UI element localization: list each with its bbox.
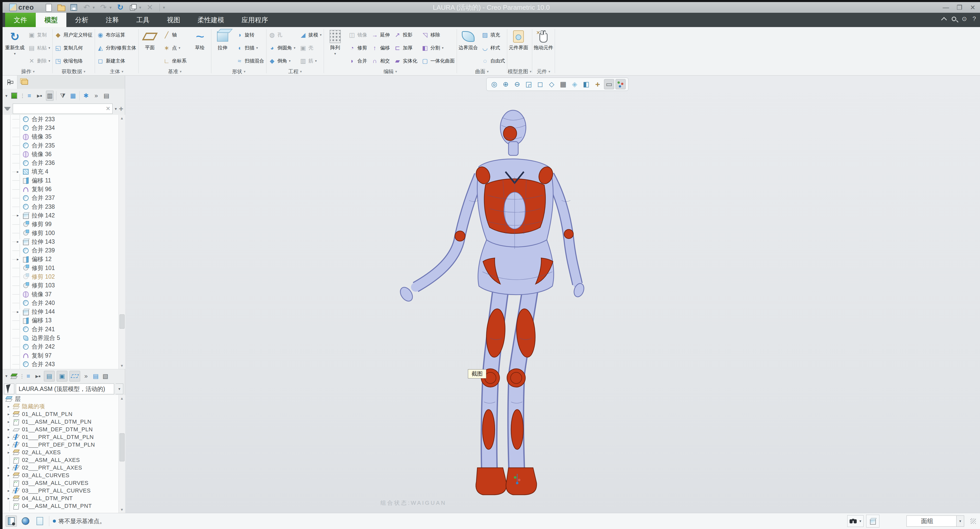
- blank-page-button[interactable]: [34, 515, 45, 527]
- expand-arrow-icon[interactable]: ▸: [8, 465, 13, 470]
- layer-selection-icon[interactable]: [70, 371, 80, 381]
- zoom-out[interactable]: [512, 79, 522, 89]
- fill-button[interactable]: 填充: [480, 29, 506, 41]
- search-dropdown-icon[interactable]: ▾: [115, 106, 117, 111]
- tree-dropdown-icon[interactable]: ▾: [4, 94, 9, 98]
- search-tool-button[interactable]: ▾: [847, 515, 864, 527]
- minimize-ribbon-icon[interactable]: [941, 17, 947, 23]
- drag-components-button[interactable]: 拖动元件: [533, 29, 554, 52]
- expand-arrow-icon[interactable]: ▸: [8, 473, 13, 478]
- layer-item[interactable]: ▸ 02___PRT_ALL_AXES: [3, 464, 118, 472]
- model-tree-item[interactable]: 合并 241: [3, 325, 118, 334]
- model-tree-item[interactable]: 复制 96: [3, 185, 118, 194]
- graphics-area[interactable]: 截图 组合状态:WAIGUAN: [125, 76, 980, 513]
- plane-button[interactable]: 平面: [139, 29, 161, 52]
- component-interface-button[interactable]: 元件界面: [508, 29, 529, 52]
- chamfer-button[interactable]: 倒角▾: [267, 55, 297, 67]
- customize-quick-access-icon[interactable]: ▾: [163, 5, 165, 10]
- navigator-toggle-button[interactable]: [6, 515, 17, 527]
- redo-dropdown-icon[interactable]: ▾: [110, 5, 111, 10]
- scroll-thumb[interactable]: [119, 433, 124, 461]
- layer-item[interactable]: ▸ 04_ALL_DTM_PNT: [3, 494, 118, 502]
- model-tree-item[interactable]: 合并 234: [3, 124, 118, 132]
- redo-icon[interactable]: ↷: [99, 3, 107, 11]
- zoom-in[interactable]: [501, 79, 511, 89]
- layer-root-item[interactable]: 层: [3, 395, 118, 403]
- repaint[interactable]: [523, 79, 534, 89]
- resize-grip[interactable]: [970, 518, 976, 524]
- sweep-dropdown-icon[interactable]: ▾: [256, 46, 258, 50]
- model-tree-item[interactable]: 合并 233: [3, 115, 118, 124]
- tab-annotate[interactable]: 注释: [97, 13, 128, 27]
- model-tree-item[interactable]: 修剪 102: [3, 272, 118, 281]
- model-tree-scrollbar[interactable]: ▲ ▼: [118, 115, 125, 369]
- shrinkwrap-button[interactable]: 收缩包络: [53, 55, 94, 67]
- model-tree-item[interactable]: 合并 237: [3, 194, 118, 202]
- perspective[interactable]: [570, 79, 580, 89]
- solidify-button[interactable]: 实体化: [392, 55, 419, 67]
- model-tree-item[interactable]: 镜像 35: [3, 132, 118, 141]
- model-tree-item[interactable]: 偏移 11: [3, 176, 118, 185]
- draft-dropdown-icon[interactable]: ▾: [320, 33, 321, 37]
- undo-icon[interactable]: ↶: [83, 3, 91, 11]
- tree-filters-icon[interactable]: ⧩: [59, 92, 67, 99]
- section[interactable]: [581, 79, 591, 89]
- model-tree-item[interactable]: 修剪 100: [3, 229, 118, 237]
- quiltify-button[interactable]: 一体化曲面: [420, 55, 456, 67]
- group-label-get-data[interactable]: 获取数据▾: [53, 68, 94, 75]
- layer-tree-scrollbar[interactable]: ▲ ▼: [118, 395, 125, 513]
- layer-item[interactable]: 02__ASM_ALL_AXES: [3, 456, 118, 464]
- selection-filter-value[interactable]: 面组: [907, 515, 956, 527]
- trim-button[interactable]: 修剪: [347, 41, 369, 54]
- regenerate-dropdown-icon[interactable]: ▾: [14, 52, 16, 56]
- model-box-button[interactable]: [866, 515, 880, 527]
- tree-columns-icon[interactable]: ▥: [46, 91, 54, 101]
- collapse-all-icon[interactable]: ▸▪: [36, 92, 43, 99]
- expand-arrow-icon[interactable]: ▸: [8, 404, 13, 409]
- divide-button[interactable]: 分割▾: [420, 41, 456, 54]
- group-label-operations[interactable]: 操作▾: [4, 68, 52, 75]
- model-tree-item[interactable]: 边界混合 5: [3, 334, 118, 342]
- group-label-body[interactable]: 主体▾: [95, 68, 138, 75]
- expand-arrow-icon[interactable]: ▸: [8, 435, 13, 439]
- model-tree-item[interactable]: 合并 236: [3, 159, 118, 167]
- expand-arrow-icon[interactable]: ▸: [8, 419, 13, 424]
- layer-item[interactable]: ▸ 01__ASM_ALL_DTM_PLN: [3, 418, 118, 426]
- tab-folder-browser[interactable]: [18, 76, 32, 89]
- expand-arrow-icon[interactable]: ▸: [17, 170, 22, 174]
- project-button[interactable]: 投影: [392, 29, 419, 41]
- delete-button[interactable]: 删除▾: [27, 55, 52, 67]
- expand-all-icon[interactable]: ≡: [25, 92, 33, 99]
- revolve-button[interactable]: 旋转: [234, 29, 266, 41]
- thicken-button[interactable]: 加厚: [392, 41, 419, 54]
- axis-button[interactable]: 轴: [162, 29, 188, 41]
- merge-button[interactable]: 合并: [347, 55, 369, 67]
- close-button[interactable]: ✕: [970, 4, 975, 11]
- model-tree-item[interactable]: ▸ 拉伸 143: [3, 237, 118, 246]
- active-model-icon[interactable]: [11, 93, 18, 99]
- copy-geometry-button[interactable]: 复制几何: [53, 41, 94, 54]
- tree-search-input[interactable]: ✕: [13, 103, 113, 114]
- minimize-button[interactable]: —: [943, 4, 949, 11]
- shell-button[interactable]: 壳: [298, 41, 323, 54]
- close-window-icon[interactable]: ✕: [146, 3, 154, 11]
- tab-applications[interactable]: 应用程序: [233, 13, 277, 27]
- sweep-button[interactable]: 扫描▾: [234, 41, 266, 54]
- annotation-display[interactable]: [604, 79, 614, 89]
- scroll-up-icon[interactable]: ▲: [119, 115, 125, 121]
- model-tree-item[interactable]: 修剪 99: [3, 220, 118, 229]
- expand-arrow-icon[interactable]: ▸: [8, 443, 13, 447]
- pattern-button[interactable]: 阵列 ▾: [325, 29, 346, 56]
- freestyle-button[interactable]: 自由式: [480, 55, 506, 67]
- layer-item[interactable]: 04__ASM_ALL_DTM_PNT: [3, 502, 118, 510]
- model-tree-item[interactable]: 合并 238: [3, 202, 118, 211]
- display-style[interactable]: [535, 79, 545, 89]
- model-tree-item[interactable]: 合并 243: [3, 360, 118, 369]
- more-tools-icon[interactable]: »: [92, 92, 100, 99]
- expand-arrow-icon[interactable]: ▸: [17, 239, 22, 244]
- model-tree-item[interactable]: 偏移 13: [3, 316, 118, 325]
- tab-file[interactable]: 文件: [5, 13, 36, 27]
- web-browser-button[interactable]: [20, 515, 31, 527]
- model-tree-item[interactable]: 复制 97: [3, 351, 118, 360]
- model-figure[interactable]: [393, 108, 595, 499]
